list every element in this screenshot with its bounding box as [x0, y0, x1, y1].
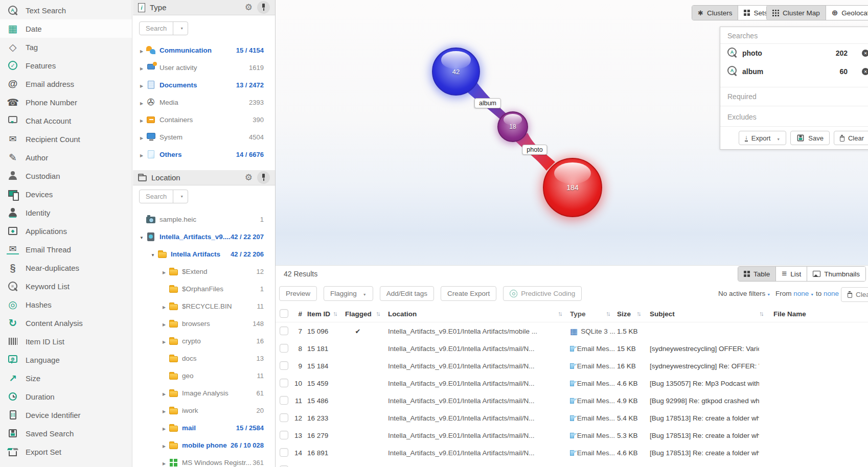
sort-icon[interactable] [606, 305, 611, 322]
expander-icon[interactable] [138, 133, 145, 141]
tree-item-containers[interactable]: Containers390 [133, 111, 275, 128]
tree-item-sample-heic[interactable]: sample.heic1 [133, 211, 275, 228]
tree-item-documents[interactable]: Documents13 / 2472 [133, 76, 275, 94]
add-edit-tags-button[interactable]: Add/Edit tags [380, 286, 434, 301]
expander-icon[interactable] [161, 424, 168, 432]
row-checkbox[interactable] [280, 379, 288, 387]
cluster-bubble-184[interactable]: 184 [543, 158, 602, 217]
sidebar-item-tag[interactable]: Tag [0, 38, 132, 56]
expander-icon[interactable] [161, 337, 168, 345]
table-row[interactable] [276, 461, 868, 467]
table-row[interactable]: 12 16 233 Intella_Artifacts_v9.E01/Intel… [276, 409, 868, 427]
sidebar-item-language[interactable]: Language [0, 351, 132, 369]
expander-icon[interactable] [161, 407, 168, 414]
sidebar-item-duration[interactable]: Duration [0, 387, 132, 406]
sort-icon[interactable] [558, 305, 563, 322]
search-button-label[interactable]: Search [140, 22, 173, 35]
predictive-coding-button[interactable]: Predictive Coding [503, 286, 582, 301]
sidebar-item-author[interactable]: Author [0, 148, 132, 167]
expander-icon[interactable] [138, 151, 145, 158]
tree-item-evidence-image[interactable]: Intella_Artifacts_v9....42 / 22 207 [133, 228, 275, 245]
tree-item-iwork[interactable]: iwork20 [133, 402, 275, 419]
sidebar-item-hashes[interactable]: Hashes [0, 295, 132, 314]
select-all-checkbox[interactable] [280, 309, 288, 318]
expander-icon[interactable] [149, 250, 156, 258]
preview-button[interactable]: Preview [279, 286, 317, 301]
expander-icon[interactable] [138, 99, 145, 106]
table-view-button[interactable]: Table [738, 267, 776, 281]
cluster-bubble-18[interactable]: 18 [497, 111, 528, 142]
sidebar-item-features[interactable]: Features [0, 56, 132, 75]
column-header-file-name[interactable]: File Name [773, 305, 835, 322]
expander-icon[interactable] [161, 441, 168, 449]
chevron-down-icon[interactable] [173, 22, 188, 35]
table-row[interactable]: 8 15 181 Intella_Artifacts_v9.E01/Intell… [276, 340, 868, 357]
sidebar-item-date[interactable]: Date [0, 19, 132, 38]
sidebar-item-phone-number[interactable]: Phone Number [0, 93, 132, 111]
close-icon[interactable] [862, 50, 868, 57]
export-button[interactable]: Export [739, 131, 787, 145]
sidebar-item-device-identifier[interactable]: Device Identifier [0, 406, 132, 424]
expander-icon[interactable] [161, 389, 168, 397]
tree-item-mail[interactable]: mail15 / 2584 [133, 419, 275, 436]
row-checkbox[interactable] [280, 413, 288, 422]
expander-icon[interactable] [138, 116, 145, 124]
sort-icon[interactable] [376, 305, 381, 322]
table-row[interactable]: 13 16 279 Intella_Artifacts_v9.E01/Intel… [276, 427, 868, 444]
sidebar-item-item-id-list[interactable]: Item ID List [0, 332, 132, 351]
tree-item-mobile-phone[interactable]: mobile phone26 / 10 028 [133, 436, 275, 454]
search-button-label[interactable]: Search [140, 190, 173, 203]
row-checkbox[interactable] [280, 431, 288, 439]
sidebar-item-email-address[interactable]: Email address [0, 75, 132, 93]
expander-icon[interactable] [138, 46, 145, 54]
sidebar-item-text-search[interactable]: Text Search [0, 1, 132, 19]
location-search-button[interactable]: Search [139, 190, 188, 203]
row-checkbox[interactable] [280, 448, 288, 457]
sidebar-item-applications[interactable]: Applications [0, 222, 132, 240]
expander-icon[interactable] [161, 302, 168, 310]
create-export-button[interactable]: Create Export [441, 286, 496, 301]
tree-item-image-analysis[interactable]: Image Analysis61 [133, 384, 275, 402]
sidebar-item-identity[interactable]: Identity [0, 203, 132, 222]
sidebar-item-chat-account[interactable]: Chat Account [0, 111, 132, 130]
tree-item-user-activity[interactable]: User activity1619 [133, 59, 275, 76]
sort-icon[interactable] [636, 305, 642, 322]
tree-item-browsers[interactable]: browsers148 [133, 315, 275, 332]
sort-icon[interactable] [333, 305, 338, 322]
tree-item-others[interactable]: Others14 / 6676 [133, 146, 275, 163]
tree-item-crypto[interactable]: crypto16 [133, 332, 275, 349]
tree-item-geo[interactable]: geo11 [133, 367, 275, 384]
cluster-bubble-42[interactable]: 42 [432, 48, 480, 96]
column-header-num[interactable]: # [292, 305, 302, 322]
sidebar-item-email-thread[interactable]: Email Thread [0, 240, 132, 259]
from-dropdown[interactable]: none [793, 290, 814, 297]
sidebar-item-devices[interactable]: Devices [0, 185, 132, 203]
row-checkbox[interactable] [280, 396, 288, 405]
active-filters-link[interactable]: No active filters [718, 290, 770, 297]
sidebar-item-custodian[interactable]: Custodian [0, 167, 132, 185]
column-header-item-id[interactable]: Item ID [307, 305, 336, 322]
tree-item-system[interactable]: System4504 [133, 128, 275, 146]
tree-item-orphanfiles[interactable]: $OrphanFiles1 [133, 280, 275, 297]
sidebar-item-saved-search[interactable]: Saved Search [0, 424, 132, 442]
tree-item-extend[interactable]: $Extend12 [133, 263, 275, 280]
sidebar-item-size[interactable]: Size [0, 369, 132, 387]
expander-icon[interactable] [161, 268, 168, 275]
expander-icon[interactable] [161, 459, 168, 466]
row-checkbox[interactable] [280, 326, 288, 335]
sidebar-item-recipient-count[interactable]: Recipient Count [0, 130, 132, 148]
pin-icon[interactable] [257, 171, 270, 184]
geolocation-button[interactable]: Geolocation [826, 6, 868, 20]
expander-icon[interactable] [138, 81, 145, 89]
list-view-button[interactable]: List [776, 267, 807, 281]
expander-icon[interactable] [138, 64, 145, 72]
table-row[interactable]: 10 15 459 Intella_Artifacts_v9.E01/Intel… [276, 375, 868, 392]
row-checkbox[interactable] [280, 361, 288, 370]
expander-icon[interactable] [138, 233, 145, 241]
table-row[interactable]: 7 15 096 Intella_Artifacts_v9.E01/Intell… [276, 322, 868, 340]
expander-icon[interactable] [161, 320, 168, 328]
column-header-location[interactable]: Location [388, 305, 557, 322]
sidebar-item-export-set[interactable]: Export Set [0, 442, 132, 461]
thumbnails-view-button[interactable]: Thumbnails [807, 267, 865, 281]
tree-item-intella-artifacts[interactable]: Intella Artifacts42 / 22 206 [133, 245, 275, 263]
